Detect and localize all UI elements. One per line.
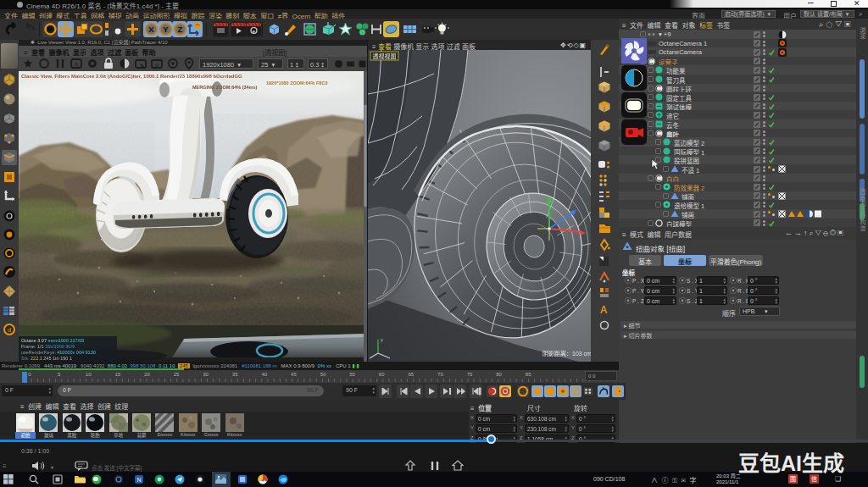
svg-text:Frame: 1/1 16s/1000 30/9: Frame: 1/1 16s/1000 30/9 <box>21 344 75 349</box>
svg-text:X: X <box>148 25 154 34</box>
svg-text:透视视图: 透视视图 <box>373 53 397 60</box>
svg-text:MERGING ZOOM:64% (34ms): MERGING ZOOM:64% (34ms) <box>192 85 258 90</box>
svg-text:Classic View, Filters MainCor: Classic View, Filters MainCore 2.0it (An… <box>21 74 242 79</box>
svg-text:useRenderKeys: 410000x 004 913: useRenderKeys: 410000x 004 9130 <box>21 350 96 355</box>
svg-text:a: a <box>75 61 78 67</box>
svg-text:n: n <box>155 62 159 68</box>
svg-text:S/s: 222.1 245 1tri 190 1: S/s: 222.1 245 1tri 190 1 <box>21 356 72 361</box>
svg-text:N: N <box>136 477 141 483</box>
svg-text:1920*1080 ZOOM:64% F8C0: 1920*1080 ZOOM:64% F8C0 <box>266 80 327 86</box>
svg-text:Z: Z <box>178 25 183 34</box>
svg-text:A: A <box>600 304 608 316</box>
svg-text:y: y <box>381 337 383 342</box>
svg-text:Octane 3.07 mem1000 217/05: Octane 3.07 mem1000 217/05 <box>21 338 84 343</box>
svg-text:d: d <box>8 326 11 334</box>
svg-text:Y: Y <box>163 25 169 34</box>
svg-text:阴影距离：103 cm: 阴影距离：103 cm <box>542 350 591 357</box>
